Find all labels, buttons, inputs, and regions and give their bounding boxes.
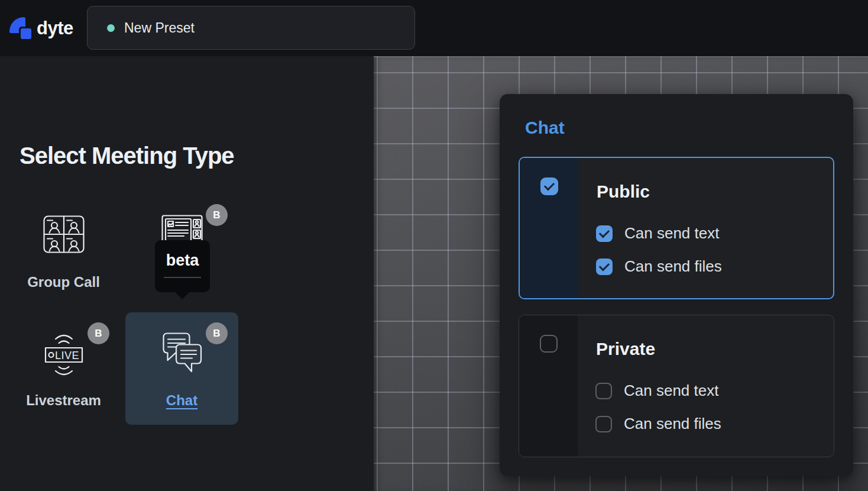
public-can-send-text-label: Can send text	[624, 224, 719, 243]
private-group-name: Private	[596, 339, 655, 359]
preset-status-dot-icon	[107, 24, 115, 32]
private-can-send-text-checkbox[interactable]	[595, 383, 612, 399]
private-can-send-files-checkbox[interactable]	[595, 416, 612, 432]
public-can-send-text-checkbox[interactable]	[596, 225, 613, 242]
preset-name-value: New Preset	[124, 20, 195, 36]
preset-name-input[interactable]: New Preset	[87, 6, 415, 50]
dyte-logo-icon	[9, 17, 32, 40]
top-bar: dyte New Preset	[0, 0, 868, 56]
beta-tooltip: beta	[155, 240, 210, 292]
webinar-beta-badge: B	[206, 204, 228, 226]
beta-tooltip-text: beta	[155, 251, 210, 270]
page-title: Select Meeting Type	[20, 143, 234, 169]
private-can-send-text-row: Can send text	[595, 382, 718, 400]
brand-name: dyte	[37, 18, 73, 39]
public-can-send-files-label: Can send files	[624, 257, 722, 276]
public-strip	[520, 158, 578, 298]
meeting-type-livestream[interactable]: LIVE Livestream B	[7, 312, 120, 425]
public-can-send-files-checkbox[interactable]	[596, 259, 613, 275]
chat-beta-badge: B	[206, 322, 228, 344]
svg-text:LIVE: LIVE	[55, 349, 79, 361]
meeting-type-chat[interactable]: Chat B	[125, 312, 238, 425]
livestream-beta-badge: B	[88, 322, 109, 344]
chat-label[interactable]: Chat	[125, 392, 238, 409]
private-can-send-files-label: Can send files	[624, 415, 721, 433]
public-group-card: Public Can send text Can send files	[519, 157, 834, 299]
public-can-send-files-row: Can send files	[596, 257, 722, 276]
panel-title: Chat	[525, 118, 565, 138]
livestream-label: Livestream	[7, 392, 120, 409]
group-call-icon	[7, 194, 120, 274]
private-can-send-files-row: Can send files	[595, 415, 721, 433]
public-can-send-text-row: Can send text	[596, 224, 719, 243]
public-checkbox[interactable]	[540, 177, 558, 195]
meeting-type-group-call[interactable]: Group Call	[7, 194, 120, 306]
public-group-body: Public Can send text Can send files	[578, 158, 833, 298]
private-group-body: Private Can send text Can send files	[578, 315, 834, 457]
private-strip	[519, 315, 578, 457]
private-can-send-text-label: Can send text	[624, 382, 718, 400]
public-group-name: Public	[597, 182, 650, 202]
private-checkbox[interactable]	[540, 335, 558, 353]
chat-config-panel: Chat Public Can send text Can send files…	[500, 94, 853, 476]
group-call-label: Group Call	[7, 274, 120, 290]
private-group-card: Private Can send text Can send files	[519, 315, 834, 457]
meeting-type-sidebar: Select Meeting Type Group Call	[0, 56, 374, 491]
tooltip-divider	[164, 277, 201, 278]
